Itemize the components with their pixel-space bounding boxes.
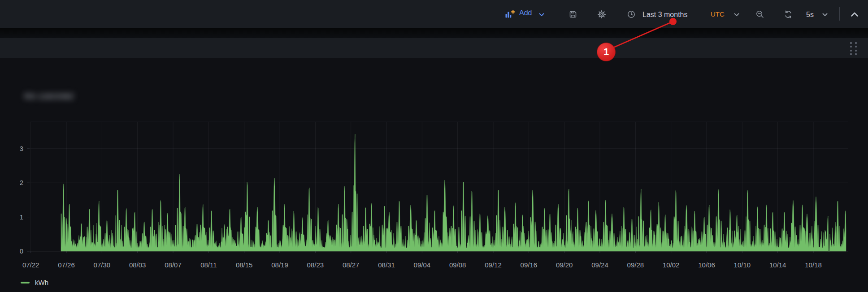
chevron-up-icon: [851, 12, 859, 17]
legend-label-kwh: kWh: [35, 279, 48, 286]
x-tick-label: 09/16: [521, 261, 538, 269]
x-tick-label: 08/31: [378, 261, 395, 269]
dashboard-settings-button[interactable]: [593, 5, 611, 23]
x-tick-label: 09/12: [485, 261, 502, 269]
time-range-label: Last 3 months: [642, 9, 688, 20]
chevron-down-icon: [734, 13, 739, 17]
y-tick-label: 1: [20, 213, 23, 221]
add-button-label: Add: [519, 9, 532, 17]
x-tick-label: 09/04: [414, 261, 431, 269]
clock-icon: [627, 10, 636, 19]
series-area-kwh: [61, 134, 846, 252]
refresh-interval-label: 5s: [806, 9, 814, 20]
x-tick-label: 08/15: [236, 261, 253, 269]
x-tick-label: 09/28: [627, 261, 644, 269]
refresh-button[interactable]: [779, 5, 797, 23]
x-tick-label: 08/27: [343, 261, 360, 269]
x-tick-label: 10/18: [805, 261, 822, 269]
x-tick-label: 10/10: [734, 261, 751, 269]
x-tick-label: 09/24: [591, 261, 608, 269]
y-tick-label: 3: [20, 145, 23, 152]
x-tick-label: 08/07: [165, 261, 182, 269]
timeseries-chart[interactable]: 07/2207/2607/3008/0308/0708/1108/1508/19…: [0, 0, 868, 292]
timezone-label: UTC: [711, 10, 725, 18]
chevron-down-icon: [539, 13, 544, 17]
x-tick-label: 08/19: [271, 261, 288, 269]
time-range-picker[interactable]: Last 3 months UTC: [621, 5, 743, 23]
chart-legend[interactable]: kWh: [21, 278, 48, 286]
save-dashboard-button[interactable]: [564, 5, 582, 23]
zoom-out-time-button[interactable]: [751, 5, 769, 23]
x-tick-label: 09/08: [449, 261, 466, 269]
y-tick-label: 0: [20, 247, 23, 255]
bar-chart-plus-icon: [505, 10, 515, 19]
x-tick-label: 10/02: [663, 261, 680, 269]
annotation-badge-1: 1: [597, 43, 616, 61]
x-tick-label: 08/23: [307, 261, 324, 269]
legend-swatch-kwh: [21, 282, 30, 283]
x-tick-label: 08/11: [200, 261, 217, 269]
toolbar-divider: [839, 7, 840, 21]
gear-icon: [597, 10, 606, 19]
add-button[interactable]: Add: [501, 5, 551, 23]
magnifier-minus-icon: [755, 10, 764, 19]
x-tick-label: 09/20: [556, 261, 573, 269]
y-tick-label: 2: [20, 179, 23, 186]
collapse-toolbar-button[interactable]: [846, 5, 863, 23]
save-icon: [569, 10, 577, 19]
x-tick-label: 08/03: [129, 261, 146, 269]
x-tick-label: 10/14: [769, 261, 786, 269]
x-tick-label: 10/06: [698, 261, 715, 269]
x-tick-label: 07/30: [94, 261, 111, 269]
dashboard-toolbar: Add: [0, 0, 868, 28]
refresh-interval-dropdown[interactable]: 5s: [802, 5, 830, 23]
x-tick-label: 07/22: [22, 261, 39, 269]
x-tick-label: 07/26: [58, 261, 75, 269]
chevron-down-icon: [822, 13, 828, 17]
refresh-icon: [784, 10, 793, 19]
